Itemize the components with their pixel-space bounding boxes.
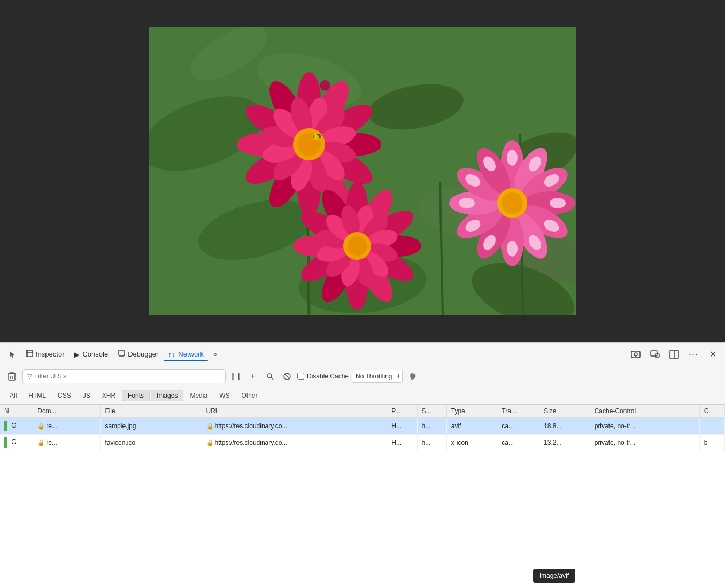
network-icon: ↑↓ <box>168 350 175 359</box>
method-indicator <box>4 421 7 431</box>
table-row[interactable]: G 🔒re... favicon.ico 🔒https://res.cloudi… <box>0 435 725 451</box>
filter-tab-ws[interactable]: WS <box>214 390 235 401</box>
throttling-wrap: No Throttling Fast 3G Slow 3G Custom... <box>352 370 403 383</box>
filter-tabs: All HTML CSS JS XHR Fonts Images Media W… <box>0 386 725 405</box>
filter-input-wrap: ▽ <box>22 369 226 383</box>
devtools-panel: Inspector ▶ Console Debugger ↑↓ Network … <box>0 342 725 588</box>
filter-tab-js[interactable]: JS <box>78 390 96 401</box>
cell-url-2: 🔒https://res.cloudinary.co... <box>202 435 387 451</box>
svg-line-115 <box>284 374 290 379</box>
filter-tab-all[interactable]: All <box>4 390 22 401</box>
lock-icon-3: 🔒 <box>37 439 45 446</box>
debugger-icon <box>118 350 125 359</box>
col-header-c[interactable]: C <box>699 405 724 418</box>
more-options-button[interactable]: ··· <box>685 346 701 362</box>
col-header-p[interactable]: P... <box>387 405 417 418</box>
lock-icon-4: 🔒 <box>206 439 214 446</box>
col-header-url[interactable]: URL <box>202 405 387 418</box>
svg-rect-100 <box>26 350 33 357</box>
disable-cache-wrap: Disable Cache <box>297 373 349 380</box>
add-icon: + <box>250 372 255 381</box>
table-header: N Dom... File URL P... S... Type Tra... … <box>0 405 725 418</box>
method-indicator-2 <box>4 437 7 448</box>
svg-point-112 <box>267 374 272 378</box>
pause-recording-button[interactable]: ❙❙ <box>229 369 243 383</box>
svg-point-95 <box>459 198 475 208</box>
cell-tra: ca... <box>497 418 539 435</box>
inspector-icon <box>26 350 33 359</box>
col-header-n[interactable]: N <box>0 405 33 418</box>
inspector-tab-label: Inspector <box>36 350 64 358</box>
cell-dom-2: 🔒re... <box>33 435 101 451</box>
cell-file: sample.jpg <box>101 418 202 435</box>
cell-n-2: G <box>0 435 33 451</box>
cell-file-2: favicon.ico <box>101 435 202 451</box>
cell-method: G <box>11 422 16 429</box>
cell-cache-2: private, no-tr... <box>590 435 699 451</box>
cell-cache: private, no-tr... <box>590 418 699 435</box>
filter-urls-input[interactable] <box>34 373 221 380</box>
svg-point-99 <box>502 192 523 214</box>
tab-console[interactable]: ▶ Console <box>70 348 112 361</box>
col-header-s[interactable]: S... <box>417 405 446 418</box>
add-filter-button[interactable]: + <box>246 369 260 383</box>
disable-cache-checkbox[interactable] <box>297 373 304 380</box>
cell-c-2: b <box>699 435 724 451</box>
filter-row: ▽ ❙❙ + Disable Cache <box>0 366 725 386</box>
col-header-type[interactable]: Type <box>446 405 497 418</box>
pause-icon: ❙❙ <box>230 372 242 380</box>
filter-tab-css[interactable]: CSS <box>52 390 76 401</box>
block-requests-button[interactable] <box>280 369 294 383</box>
cell-url: 🔒https://res.cloudinary.co... <box>202 418 387 435</box>
col-header-cache[interactable]: Cache-Control <box>590 405 699 418</box>
console-tab-label: Console <box>82 350 108 358</box>
cell-p: H... <box>387 418 417 435</box>
svg-line-113 <box>271 377 273 380</box>
col-header-file[interactable]: File <box>101 405 202 418</box>
clear-requests-button[interactable] <box>4 369 19 384</box>
svg-point-92 <box>507 241 518 257</box>
tab-debugger[interactable]: Debugger <box>113 347 163 361</box>
svg-rect-109 <box>9 374 15 380</box>
cell-n: G <box>0 418 33 435</box>
filter-tab-other[interactable]: Other <box>236 390 263 401</box>
lock-icon: 🔒 <box>37 423 45 429</box>
split-view-button[interactable] <box>666 346 682 362</box>
debugger-tab-label: Debugger <box>128 350 158 358</box>
screenshot-button[interactable] <box>628 346 644 362</box>
svg-point-73 <box>348 236 367 256</box>
filter-tab-media[interactable]: Media <box>184 390 213 401</box>
svg-rect-103 <box>631 351 640 358</box>
svg-rect-105 <box>651 351 657 356</box>
throttling-select[interactable]: No Throttling Fast 3G Slow 3G Custom... <box>352 370 403 383</box>
cell-size-2: 13.2... <box>539 435 590 451</box>
filter-tab-html[interactable]: HTML <box>23 390 51 401</box>
close-devtools-button[interactable]: ✕ <box>705 346 721 362</box>
cell-s: h... <box>417 418 446 435</box>
col-header-size[interactable]: Size <box>539 405 590 418</box>
filter-tab-images[interactable]: Images <box>151 390 183 401</box>
network-table-wrap: N Dom... File URL P... S... Type Tra... … <box>0 405 725 588</box>
cell-p-2: H... <box>387 435 417 451</box>
tab-inspector[interactable]: Inspector <box>21 347 68 361</box>
table-row[interactable]: G 🔒re... sample.jpg 🔒https://res.cloudin… <box>0 418 725 435</box>
toolbar-right-actions: ··· ✕ <box>628 346 721 362</box>
lock-icon-2: 🔒 <box>206 423 214 429</box>
responsive-design-button[interactable] <box>647 346 663 362</box>
filter-tab-xhr[interactable]: XHR <box>97 390 121 401</box>
svg-point-89 <box>550 198 566 208</box>
ellipsis-icon: ··· <box>689 349 698 360</box>
network-tab-label: Network <box>178 350 204 358</box>
filter-tab-fonts[interactable]: Fonts <box>122 390 150 401</box>
network-settings-button[interactable] <box>406 369 420 383</box>
cell-size: 18.8... <box>539 418 590 435</box>
search-requests-button[interactable] <box>263 369 277 383</box>
col-header-tra[interactable]: Tra... <box>497 405 539 418</box>
cell-type: avif <box>446 418 497 435</box>
tab-network[interactable]: ↑↓ Network <box>164 348 208 361</box>
svg-point-104 <box>634 353 637 356</box>
col-header-dom[interactable]: Dom... <box>33 405 101 418</box>
console-icon: ▶ <box>74 350 80 359</box>
cursor-tool-button[interactable] <box>4 346 20 362</box>
more-tabs-button[interactable]: » <box>209 348 221 360</box>
